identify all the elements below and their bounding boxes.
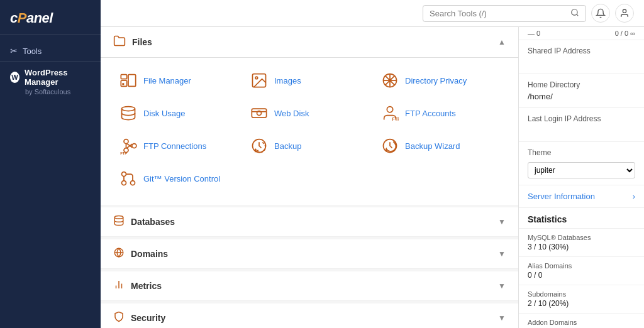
files-label: Files: [132, 37, 152, 47]
web-disk-icon: [249, 103, 269, 123]
files-chevron: ▲: [498, 38, 506, 46]
backup-wizard-icon: [380, 136, 400, 156]
tool-ftp-accounts[interactable]: FTP FTP Accounts: [375, 97, 506, 129]
center-panel: Files ▲ File Manager: [101, 27, 518, 328]
right-panel: — 0 0 / 0 ∞ Shared IP Address Home Direc…: [518, 27, 644, 328]
sidebar-logo: cPanel: [0, 0, 101, 35]
svg-point-2: [623, 9, 626, 13]
images-icon: [249, 70, 269, 90]
tool-directory-privacy[interactable]: Directory Privacy: [375, 64, 506, 97]
file-manager-icon: [118, 70, 138, 90]
wordpress-icon: W: [10, 72, 19, 83]
svg-rect-3: [121, 75, 126, 79]
web-disk-label: Web Disk: [274, 109, 309, 118]
search-input[interactable]: [430, 9, 567, 18]
disk-usage-icon: [118, 103, 138, 123]
metrics-section: Metrics ▼: [101, 271, 518, 301]
last-login-value: [528, 126, 635, 135]
sidebar-item-wordpress[interactable]: W WordPress Manager by Softaculous: [0, 61, 101, 102]
tool-backup[interactable]: Backup: [244, 129, 375, 162]
directory-privacy-label: Directory Privacy: [405, 76, 467, 85]
theme-section: Theme jupiter paper_lantern: [519, 142, 644, 185]
tool-ftp-connections[interactable]: FTP FTP Connections: [113, 129, 244, 162]
disk-usage-label: Disk Usage: [143, 109, 185, 118]
theme-select[interactable]: jupiter paper_lantern: [528, 162, 635, 178]
svg-point-13: [387, 107, 392, 112]
stat-addon-domains: Addon Domains 0 / 0: [519, 314, 644, 328]
metrics-chevron: ▼: [498, 282, 506, 290]
images-label: Images: [274, 76, 301, 85]
svg-text:FTP: FTP: [120, 151, 127, 155]
shared-ip-label: Shared IP Address: [528, 46, 635, 55]
tool-disk-usage[interactable]: Disk Usage: [113, 97, 244, 129]
metrics-section-title: Metrics: [113, 279, 162, 293]
domains-section: Domains ▼: [101, 239, 518, 269]
stat-sub-value: 2 / 10 (20%): [528, 299, 635, 308]
ftp-accounts-icon: FTP: [380, 103, 400, 123]
server-info-chevron: ›: [633, 192, 635, 201]
databases-icon: [113, 215, 125, 229]
notification-icon[interactable]: [591, 4, 610, 23]
files-icon: [113, 35, 126, 50]
stat-alias-label: Alias Domains: [528, 262, 635, 270]
svg-rect-5: [128, 75, 136, 87]
search-icon: [570, 8, 579, 19]
security-section: Security ▼: [101, 303, 518, 328]
tool-images[interactable]: Images: [244, 64, 375, 97]
domains-label: Domains: [131, 249, 168, 259]
files-section-title: Files: [113, 35, 152, 50]
sidebar: cPanel ✂ Tools W WordPress Manager by So…: [0, 0, 101, 328]
server-info-label: Server Information: [528, 192, 595, 201]
search-box[interactable]: [423, 5, 586, 22]
domains-section-header[interactable]: Domains ▼: [101, 239, 518, 269]
domains-chevron: ▼: [498, 249, 506, 258]
databases-chevron: ▼: [498, 217, 506, 226]
main-area: Files ▲ File Manager: [101, 0, 644, 328]
stat-mysql-db-label: MySQL® Databases: [528, 234, 635, 241]
svg-point-10: [122, 107, 135, 111]
svg-text:FTP: FTP: [392, 117, 399, 121]
tool-file-manager[interactable]: File Manager: [113, 64, 244, 97]
files-section-header[interactable]: Files ▲: [101, 27, 518, 58]
user-icon[interactable]: [615, 4, 634, 23]
backup-label: Backup: [274, 141, 301, 151]
ftp-connections-label: FTP Connections: [143, 141, 206, 151]
tools-icon: ✂: [10, 46, 18, 56]
partial-top-row: — 0 0 / 0 ∞: [519, 27, 644, 40]
directory-privacy-icon: [380, 70, 400, 90]
stat-addon-label: Addon Domains: [528, 319, 635, 326]
home-dir-label: Home Directory: [528, 80, 635, 89]
sidebar-tools-label: Tools: [23, 46, 42, 56]
sidebar-navigation: ✂ Tools W WordPress Manager by Softaculo…: [0, 35, 101, 108]
svg-point-24: [114, 216, 123, 219]
databases-section-header[interactable]: Databases ▼: [101, 207, 518, 237]
svg-point-16: [124, 139, 128, 144]
security-section-header[interactable]: Security ▼: [101, 303, 518, 328]
tool-backup-wizard[interactable]: Backup Wizard: [375, 129, 506, 162]
partial-label: — 0: [528, 30, 540, 37]
files-grid: File Manager Images Direct: [101, 58, 518, 205]
svg-point-8: [255, 77, 258, 79]
stat-sub-label: Subdomains: [528, 290, 635, 298]
stat-mysql-databases: MySQL® Databases 3 / 10 (30%): [519, 229, 644, 257]
svg-point-21: [131, 181, 135, 185]
sidebar-wp-label: WordPress Manager: [25, 68, 91, 87]
sidebar-item-tools[interactable]: ✂ Tools: [0, 41, 101, 61]
security-section-title: Security: [113, 311, 165, 325]
svg-line-1: [577, 14, 579, 16]
ftp-accounts-label: FTP Accounts: [405, 109, 456, 118]
shared-ip-value: [528, 58, 635, 67]
databases-section: Databases ▼: [101, 207, 518, 237]
security-chevron: ▼: [498, 314, 506, 322]
git-label: Git™ Version Control: [143, 174, 220, 183]
databases-section-title: Databases: [113, 215, 175, 229]
server-info-link[interactable]: Server Information ›: [519, 185, 644, 208]
metrics-label: Metrics: [131, 281, 162, 291]
svg-point-22: [122, 172, 126, 177]
tool-web-disk[interactable]: Web Disk: [244, 97, 375, 129]
tool-git[interactable]: Git™ Version Control: [113, 162, 244, 195]
metrics-section-header[interactable]: Metrics ▼: [101, 271, 518, 301]
stat-mysql-db-value: 3 / 10 (30%): [528, 243, 635, 251]
stat-subdomains: Subdomains 2 / 10 (20%): [519, 285, 644, 314]
stat-alias-value: 0 / 0: [528, 271, 635, 280]
